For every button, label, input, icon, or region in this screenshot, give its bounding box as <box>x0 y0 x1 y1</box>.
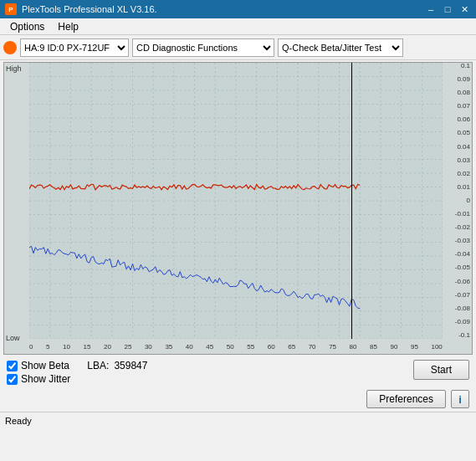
y-label-2: 0.08 <box>446 90 470 96</box>
y-label-20: -0.1 <box>446 332 470 339</box>
lba-value: 359847 <box>114 360 147 371</box>
chart-high-label: High <box>6 64 22 73</box>
show-jitter-checkbox[interactable] <box>7 374 18 385</box>
status-bar: Ready <box>0 412 476 428</box>
y-label-3: 0.07 <box>446 103 470 110</box>
maximize-button[interactable]: □ <box>441 3 454 15</box>
y-label-17: -0.07 <box>446 292 470 299</box>
y-label-8: 0.02 <box>446 171 470 177</box>
chart-low-label: Low <box>6 334 20 342</box>
function-select[interactable]: CD Diagnostic Functions <box>132 38 274 57</box>
info-icon: i <box>458 393 462 406</box>
menu-bar: Options Help <box>0 18 476 35</box>
y-label-11: -0.01 <box>446 211 470 218</box>
bottom-row2: Preferences i <box>0 388 476 412</box>
title-bar-left: P PlexTools Professional XL V3.16. <box>5 3 157 15</box>
title-bar: P PlexTools Professional XL V3.16. – □ ✕ <box>0 0 476 18</box>
toolbar: HA:9 ID:0 PX-712UF CD Diagnostic Functio… <box>0 35 476 60</box>
y-axis-right: 0.1 0.09 0.08 0.07 0.06 0.05 0.04 0.03 0… <box>444 63 472 339</box>
preferences-button[interactable]: Preferences <box>366 390 446 408</box>
y-label-13: -0.03 <box>446 238 470 244</box>
show-jitter-label: Show Jitter <box>21 373 70 385</box>
y-label-16: -0.06 <box>446 279 470 285</box>
y-label-14: -0.04 <box>446 251 470 258</box>
close-button[interactable]: ✕ <box>458 3 471 15</box>
x-axis: 0 5 10 15 20 25 30 35 40 45 50 55 60 65 … <box>29 339 443 354</box>
title-text: PlexTools Professional XL V3.16. <box>22 4 157 14</box>
y-label-6: 0.04 <box>446 144 470 151</box>
lba-area: LBA: 359847 <box>87 360 147 371</box>
bottom-panel: Show Beta Show Jitter LBA: 359847 Start <box>0 356 476 388</box>
show-beta-checkbox[interactable] <box>7 361 18 371</box>
show-jitter-row: Show Jitter <box>7 373 70 385</box>
show-beta-row: Show Beta <box>7 360 70 371</box>
chart-canvas <box>29 63 443 339</box>
y-label-10: 0 <box>446 197 470 204</box>
app-icon: P <box>5 3 17 15</box>
chart-area: High Low 0.1 0.09 0.08 0.07 0.06 0.05 0.… <box>3 62 473 355</box>
y-label-12: -0.02 <box>446 224 470 231</box>
lba-label: LBA: <box>87 360 109 371</box>
vertical-marker-line <box>351 63 352 339</box>
test-select[interactable]: Q-Check Beta/Jitter Test <box>278 38 403 57</box>
y-label-9: 0.01 <box>446 184 470 191</box>
y-label-4: 0.06 <box>446 116 470 123</box>
y-label-19: -0.09 <box>446 319 470 325</box>
menu-help[interactable]: Help <box>51 19 85 34</box>
menu-options[interactable]: Options <box>3 19 51 34</box>
y-label-18: -0.08 <box>446 305 470 312</box>
y-label-0: 0.1 <box>446 63 470 69</box>
y-label-15: -0.05 <box>446 264 470 271</box>
drive-select[interactable]: HA:9 ID:0 PX-712UF <box>20 38 129 57</box>
y-label-5: 0.05 <box>446 130 470 136</box>
minimize-button[interactable]: – <box>424 3 438 15</box>
show-beta-label: Show Beta <box>21 360 69 371</box>
info-button[interactable]: i <box>451 390 469 408</box>
drive-indicator-icon <box>3 41 17 54</box>
status-text: Ready <box>5 416 32 426</box>
y-label-7: 0.03 <box>446 157 470 164</box>
chart-inner <box>29 63 443 339</box>
title-controls: – □ ✕ <box>424 3 471 15</box>
y-label-1: 0.09 <box>446 76 470 83</box>
checkboxes: Show Beta Show Jitter <box>7 360 70 385</box>
start-button[interactable]: Start <box>413 360 469 380</box>
